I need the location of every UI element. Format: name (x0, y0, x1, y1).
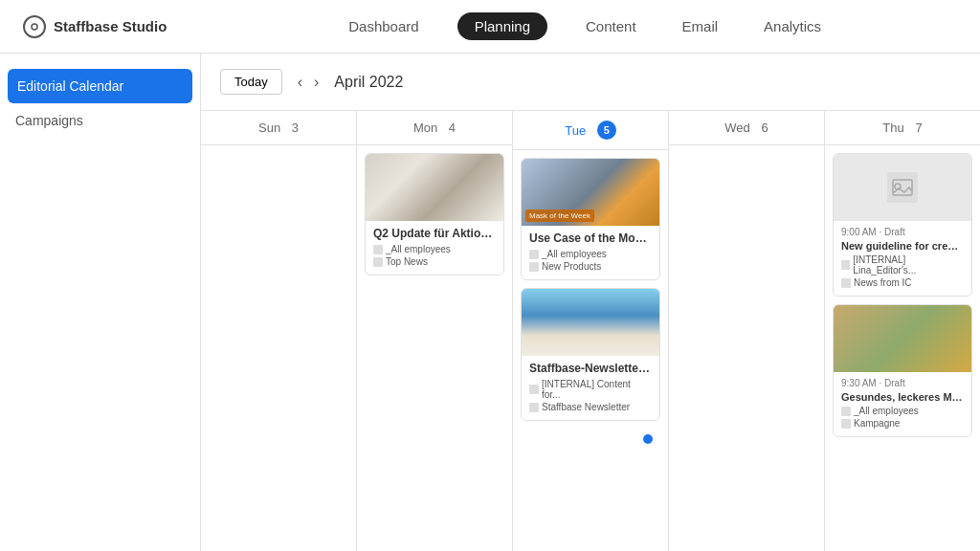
card-q2-tag2-label: Top News (386, 256, 428, 267)
col-header-tue: Tue 5 (513, 111, 668, 150)
card-q2-content: Q2 Update für Aktionäre _All employees T… (366, 221, 503, 275)
card-guideline-tag1-label: [INTERNAL] Lina_Editor's... (853, 254, 964, 276)
card-guideline-image (834, 154, 971, 221)
day-num-wed: 6 (761, 121, 768, 135)
card-q2-tag1-label: _All employees (386, 244, 451, 254)
day-num-thu: 7 (915, 121, 922, 135)
col-body-thu: 9:00 AM · Draft New guideline for creati… (825, 145, 980, 452)
nav-dashboard[interactable]: Dashboard (341, 14, 426, 38)
tag-icon-5 (529, 385, 539, 394)
calendar-header: Today ‹ › April 2022 (201, 54, 980, 111)
tag-icon-3 (529, 250, 539, 259)
sidebar-item-editorial-calendar[interactable]: Editorial Calendar (8, 69, 192, 103)
col-header-mon: Mon 4 (357, 111, 512, 145)
col-tue: Tue 5 Use Case of the Month: Dec... _All… (513, 111, 669, 551)
card-newsletter-tag2-label: Staffbase Newsletter (542, 402, 630, 412)
col-wed: Wed 6 (669, 111, 825, 551)
card-newsletter-tag1-label: [INTERNAL] Content for... (542, 379, 652, 400)
col-body-wed (669, 145, 824, 161)
tag-icon-8 (841, 278, 851, 288)
card-use-case-tag1-label: _All employees (542, 249, 607, 259)
tag-icon-7 (841, 260, 850, 270)
tag-icon-2 (373, 257, 383, 267)
card-q2-title: Q2 Update für Aktionäre (373, 227, 496, 240)
prev-month-button[interactable]: ‹ (294, 72, 306, 93)
logo-text: Staffbase Studio (54, 18, 167, 34)
next-month-button[interactable]: › (310, 72, 323, 93)
card-use-case-tag1: _All employees (529, 249, 652, 259)
main-content: Today ‹ › April 2022 Sun 3 Mon 4 (201, 54, 980, 551)
col-header-wed: Wed 6 (669, 111, 824, 145)
nav-planning[interactable]: Planning (457, 12, 547, 40)
card-newsletter[interactable]: Staffbase-Newsletter Deze... [INTERNAL] … (521, 288, 660, 421)
card-newsletter-content: Staffbase-Newsletter Deze... [INTERNAL] … (522, 356, 659, 420)
svg-rect-1 (887, 172, 918, 203)
layout: Editorial Calendar Campaigns Today ‹ › A… (0, 54, 980, 551)
nav-email[interactable]: Email (675, 14, 726, 38)
calendar-month-title: April 2022 (334, 74, 403, 91)
card-guideline-content: 9:00 AM · Draft New guideline for creati… (834, 221, 971, 296)
tag-icon-9 (841, 407, 851, 416)
col-body-mon: Q2 Update für Aktionäre _All employees T… (357, 145, 512, 291)
col-body-tue: Use Case of the Month: Dec... _All emplo… (513, 150, 668, 453)
day-name-wed: Wed (724, 121, 750, 135)
col-header-sun: Sun 3 (201, 111, 356, 145)
card-food-tag2-label: Kampagne (854, 418, 900, 429)
logo-icon (23, 15, 46, 38)
card-use-case-tag2-label: New Products (542, 261, 601, 272)
scroll-indicator (521, 429, 660, 446)
main-nav: Dashboard Planning Content Email Analyti… (212, 12, 957, 40)
scroll-dot (643, 434, 653, 444)
card-guideline[interactable]: 9:00 AM · Draft New guideline for creati… (833, 153, 972, 297)
card-food-content: 9:30 AM · Draft Gesundes, leckeres Mitta… (834, 372, 971, 436)
tag-icon-6 (529, 403, 539, 412)
sidebar: Editorial Calendar Campaigns (0, 54, 201, 551)
card-guideline-meta: 9:00 AM · Draft (841, 227, 964, 237)
card-use-case-content: Use Case of the Month: Dec... _All emplo… (522, 226, 659, 279)
card-q2-tag2: Top News (373, 256, 496, 267)
tag-icon-1 (373, 245, 383, 254)
card-use-case[interactable]: Use Case of the Month: Dec... _All emplo… (521, 158, 660, 280)
tag-icon-4 (529, 262, 539, 272)
today-button[interactable]: Today (220, 69, 282, 95)
logo: Staffbase Studio (23, 15, 167, 38)
calendar-nav-arrows: ‹ › (294, 72, 323, 93)
col-sun: Sun 3 (201, 111, 357, 551)
col-thu: Thu 7 (825, 111, 980, 551)
day-num-mon: 4 (449, 121, 456, 135)
card-food-tag2: Kampagne (841, 418, 964, 429)
card-q2-image (366, 154, 503, 221)
day-name-tue: Tue (565, 123, 586, 138)
card-guideline-title: New guideline for creating n... (841, 240, 964, 252)
card-guideline-tag2: News from IC (841, 277, 964, 288)
col-header-thu: Thu 7 (825, 111, 980, 145)
card-use-case-image (522, 159, 659, 226)
card-guideline-tag2-label: News from IC (854, 277, 912, 288)
card-food[interactable]: 9:30 AM · Draft Gesundes, leckeres Mitta… (833, 304, 972, 437)
card-use-case-tag2: New Products (529, 261, 652, 272)
tag-icon-10 (841, 419, 851, 429)
card-newsletter-title: Staffbase-Newsletter Deze... (529, 362, 652, 375)
card-food-tag1: _All employees (841, 406, 964, 416)
card-q2-tag1: _All employees (373, 244, 496, 254)
card-food-tag1-label: _All employees (854, 406, 919, 416)
image-placeholder-icon (887, 172, 918, 203)
nav-content[interactable]: Content (578, 14, 644, 38)
card-use-case-title: Use Case of the Month: Dec... (529, 231, 652, 245)
calendar-grid: Sun 3 Mon 4 Q2 Update für Aktionäre (201, 111, 980, 551)
card-food-image (834, 305, 971, 372)
col-body-sun (201, 145, 356, 161)
col-mon: Mon 4 Q2 Update für Aktionäre _All emplo… (357, 111, 513, 551)
card-newsletter-tag2: Staffbase Newsletter (529, 402, 652, 412)
sidebar-item-campaigns[interactable]: Campaigns (0, 103, 200, 138)
day-num-sun: 3 (292, 121, 299, 135)
card-newsletter-image (522, 289, 659, 356)
nav-analytics[interactable]: Analytics (756, 14, 829, 38)
day-name-mon: Mon (413, 121, 437, 135)
card-q2-update[interactable]: Q2 Update für Aktionäre _All employees T… (365, 153, 504, 276)
card-guideline-tag1: [INTERNAL] Lina_Editor's... (841, 254, 964, 276)
today-badge: 5 (597, 121, 616, 140)
day-name-thu: Thu (882, 121, 903, 135)
svg-point-0 (32, 24, 37, 30)
card-newsletter-tag1: [INTERNAL] Content for... (529, 379, 652, 400)
